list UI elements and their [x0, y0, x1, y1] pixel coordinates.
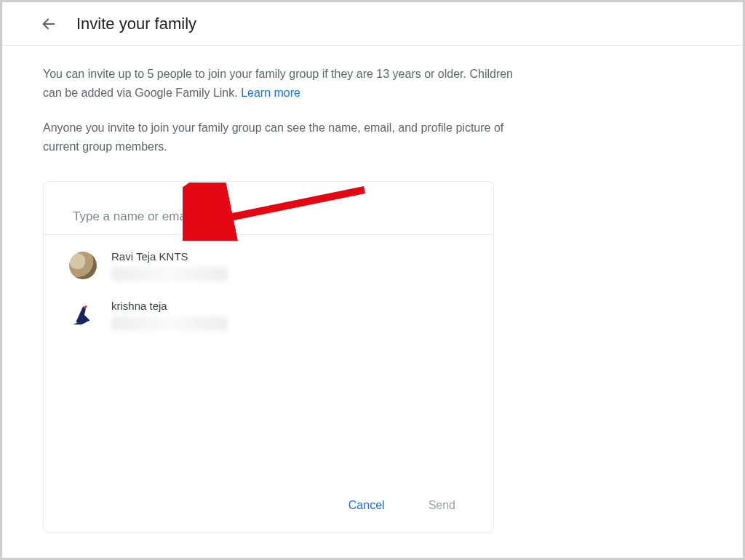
back-arrow-icon[interactable]	[40, 15, 57, 33]
content-area: You can invite up to 5 people to join yo…	[2, 46, 555, 533]
suggestions-list: Ravi Teja KNTS krishna teja	[44, 235, 493, 340]
avatar	[69, 252, 97, 279]
suggestion-name: Ravi Teja KNTS	[111, 249, 228, 264]
learn-more-link[interactable]: Learn more	[241, 87, 300, 99]
page-title: Invite your family	[76, 15, 196, 33]
suggestion-email-redacted	[111, 316, 228, 331]
suggestion-item[interactable]: Ravi Teja KNTS	[69, 241, 493, 290]
description-primary: You can invite up to 5 people to join yo…	[43, 65, 523, 103]
send-button: Send	[424, 496, 460, 515]
suggestion-text: krishna teja	[111, 299, 228, 331]
suggestion-name: krishna teja	[111, 299, 228, 313]
card-actions: Cancel Send	[44, 483, 493, 532]
invite-card: Ravi Teja KNTS krishna teja	[43, 181, 494, 533]
avatar	[69, 301, 97, 329]
description-secondary: Anyone you invite to join your family gr…	[43, 119, 523, 156]
suggestion-item[interactable]: krishna teja	[69, 290, 493, 340]
spacer	[44, 340, 493, 483]
cancel-button[interactable]: Cancel	[344, 496, 389, 515]
suggestion-text: Ravi Teja KNTS	[111, 249, 228, 281]
name-or-email-input[interactable]	[73, 209, 464, 224]
top-bar: Invite your family	[2, 2, 743, 46]
app-frame: Invite your family You can invite up to …	[0, 0, 745, 560]
input-area	[44, 182, 493, 235]
suggestion-email-redacted	[111, 267, 228, 281]
